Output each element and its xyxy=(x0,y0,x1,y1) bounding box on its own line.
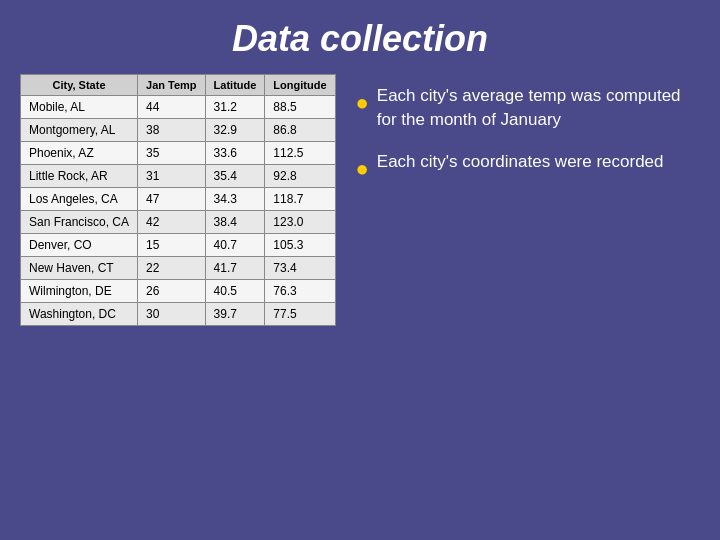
table-cell: 123.0 xyxy=(265,211,335,234)
table-row: Phoenix, AZ3533.6112.5 xyxy=(21,142,336,165)
table-cell: 38 xyxy=(138,119,206,142)
table-row: Mobile, AL4431.288.5 xyxy=(21,96,336,119)
table-header: Latitude xyxy=(205,75,265,96)
table-cell: Wilmington, DE xyxy=(21,280,138,303)
table-row: Denver, CO1540.7105.3 xyxy=(21,234,336,257)
table-row: Montgomery, AL3832.986.8 xyxy=(21,119,336,142)
table-cell: 39.7 xyxy=(205,303,265,326)
bullet-text: Each city's coordinates were recorded xyxy=(377,150,664,174)
table-cell: 73.4 xyxy=(265,257,335,280)
table-cell: 42 xyxy=(138,211,206,234)
table-header: City, State xyxy=(21,75,138,96)
table-cell: Phoenix, AZ xyxy=(21,142,138,165)
table-row: Wilmington, DE2640.576.3 xyxy=(21,280,336,303)
table-row: Little Rock, AR3135.492.8 xyxy=(21,165,336,188)
table-cell: 77.5 xyxy=(265,303,335,326)
table-cell: Montgomery, AL xyxy=(21,119,138,142)
table-cell: 30 xyxy=(138,303,206,326)
table-row: San Francisco, CA4238.4123.0 xyxy=(21,211,336,234)
table-cell: 40.7 xyxy=(205,234,265,257)
table-cell: San Francisco, CA xyxy=(21,211,138,234)
bullet-dot-icon: ● xyxy=(356,86,369,119)
table-cell: New Haven, CT xyxy=(21,257,138,280)
table-cell: 88.5 xyxy=(265,96,335,119)
table-cell: Los Angeles, CA xyxy=(21,188,138,211)
table-cell: 34.3 xyxy=(205,188,265,211)
table-cell: 35 xyxy=(138,142,206,165)
bullet-item: ●Each city's coordinates were recorded xyxy=(356,150,700,185)
table-cell: 35.4 xyxy=(205,165,265,188)
table-cell: 33.6 xyxy=(205,142,265,165)
table-cell: 41.7 xyxy=(205,257,265,280)
bullet-text: Each city's average temp was computed fo… xyxy=(377,84,700,132)
table-cell: 112.5 xyxy=(265,142,335,165)
table-cell: 31.2 xyxy=(205,96,265,119)
table-cell: 40.5 xyxy=(205,280,265,303)
table-cell: 32.9 xyxy=(205,119,265,142)
bullet-list: ●Each city's average temp was computed f… xyxy=(356,74,700,326)
table-cell: Little Rock, AR xyxy=(21,165,138,188)
table-cell: 15 xyxy=(138,234,206,257)
table-cell: 76.3 xyxy=(265,280,335,303)
table-cell: 44 xyxy=(138,96,206,119)
table-row: Los Angeles, CA4734.3118.7 xyxy=(21,188,336,211)
table-header: Jan Temp xyxy=(138,75,206,96)
table-header: Longitude xyxy=(265,75,335,96)
bullet-dot-icon: ● xyxy=(356,152,369,185)
table-cell: Washington, DC xyxy=(21,303,138,326)
bullet-item: ●Each city's average temp was computed f… xyxy=(356,84,700,132)
table-cell: 105.3 xyxy=(265,234,335,257)
data-table: City, StateJan TempLatitudeLongitude Mob… xyxy=(20,74,336,326)
table-row: Washington, DC3039.777.5 xyxy=(21,303,336,326)
table-row: New Haven, CT2241.773.4 xyxy=(21,257,336,280)
table-cell: 86.8 xyxy=(265,119,335,142)
data-table-container: City, StateJan TempLatitudeLongitude Mob… xyxy=(20,74,336,326)
table-cell: Mobile, AL xyxy=(21,96,138,119)
table-cell: 31 xyxy=(138,165,206,188)
table-cell: Denver, CO xyxy=(21,234,138,257)
table-cell: 22 xyxy=(138,257,206,280)
page-title: Data collection xyxy=(0,0,720,74)
table-cell: 47 xyxy=(138,188,206,211)
table-cell: 92.8 xyxy=(265,165,335,188)
table-cell: 38.4 xyxy=(205,211,265,234)
table-cell: 118.7 xyxy=(265,188,335,211)
table-cell: 26 xyxy=(138,280,206,303)
